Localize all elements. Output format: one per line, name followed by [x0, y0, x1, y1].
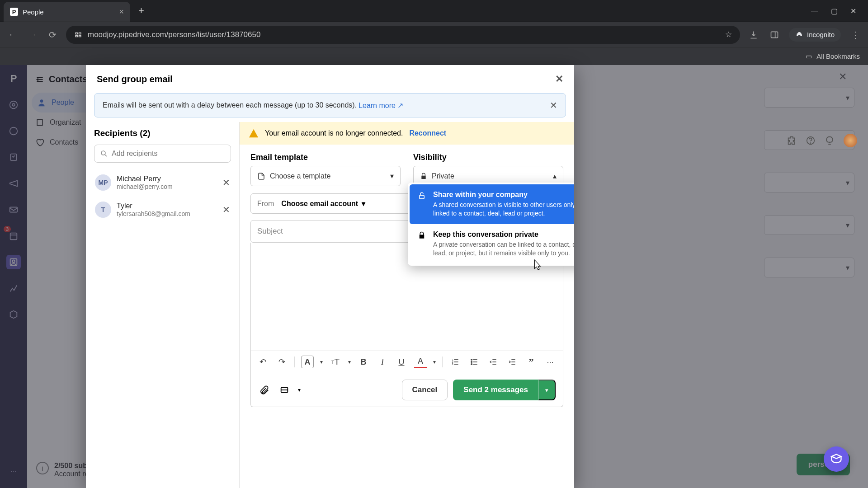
- bold-icon[interactable]: B: [357, 356, 370, 368]
- from-account-select[interactable]: Choose email account ▾: [281, 199, 365, 208]
- visibility-option-private[interactable]: Keep this conversation private A private…: [410, 224, 574, 264]
- option-description: A private conversation can be linked to …: [433, 240, 574, 258]
- option-title: Keep this conversation private: [433, 230, 574, 239]
- svg-point-23: [811, 143, 811, 143]
- folder-icon: ▭: [806, 52, 812, 61]
- cancel-button[interactable]: Cancel: [402, 380, 448, 400]
- extensions-icon[interactable]: [787, 136, 797, 145]
- add-recipients-input[interactable]: [94, 145, 231, 163]
- lightbulb-icon[interactable]: [825, 136, 835, 145]
- send-group-email-modal: Send group email ✕ Emails will be sent o…: [86, 65, 574, 488]
- attachment-icon[interactable]: [258, 384, 271, 396]
- underline-icon[interactable]: U: [395, 356, 408, 368]
- insert-field-icon[interactable]: [278, 384, 291, 396]
- send-button[interactable]: Send 2 messages: [453, 380, 538, 400]
- font-size-icon[interactable]: тT: [329, 356, 342, 368]
- svg-point-37: [471, 364, 472, 365]
- warning-icon: [249, 128, 259, 138]
- unordered-list-icon[interactable]: [468, 356, 481, 368]
- user-avatar[interactable]: [844, 134, 857, 147]
- redo-icon[interactable]: ↷: [275, 356, 288, 368]
- learn-more-link[interactable]: Learn more ↗: [359, 101, 403, 110]
- svg-rect-4: [771, 32, 778, 38]
- svg-point-35: [471, 359, 472, 361]
- remove-recipient-icon[interactable]: ✕: [222, 204, 230, 215]
- option-description: A shared conversation is visible to othe…: [433, 201, 574, 218]
- reload-button[interactable]: ⟳: [46, 28, 59, 41]
- bookmarks-bar: ▭ All Bookmarks: [0, 47, 868, 65]
- bookmark-star-icon[interactable]: ☆: [725, 30, 732, 39]
- visibility-label: Visibility: [413, 153, 563, 162]
- outdent-icon[interactable]: [487, 356, 500, 368]
- warning-banner: Your email account is no longer connecte…: [240, 122, 574, 145]
- template-icon: [257, 172, 265, 180]
- dismiss-banner-icon[interactable]: ✕: [550, 100, 557, 111]
- info-text: Emails will be sent out with a delay bet…: [103, 101, 357, 109]
- recipients-search-field[interactable]: [112, 150, 225, 158]
- recipient-name: Tyler: [117, 202, 217, 210]
- new-tab-button[interactable]: +: [134, 2, 149, 19]
- font-family-icon[interactable]: A: [301, 356, 314, 368]
- svg-rect-2: [75, 35, 78, 37]
- text-color-icon[interactable]: A: [414, 356, 427, 368]
- chevron-up-icon: ▴: [553, 172, 557, 180]
- recipient-row: T Tyler tylersarah508@gmail.com ✕: [94, 196, 231, 223]
- italic-icon[interactable]: I: [376, 356, 389, 368]
- minimize-icon[interactable]: —: [811, 7, 818, 15]
- help-fab[interactable]: [824, 446, 849, 472]
- help-icon[interactable]: [806, 136, 816, 145]
- indent-icon[interactable]: [506, 356, 519, 368]
- close-icon[interactable]: ✕: [555, 73, 563, 85]
- modal-title: Send group email: [97, 74, 173, 84]
- svg-point-24: [101, 151, 105, 155]
- remove-recipient-icon[interactable]: ✕: [222, 177, 230, 188]
- browser-tab-bar: P People × + — ▢ ✕: [0, 0, 868, 22]
- warning-text: Your email account is no longer connecte…: [265, 129, 403, 137]
- chevron-down-icon[interactable]: ▾: [320, 359, 323, 365]
- ordered-list-icon[interactable]: 123: [449, 356, 462, 368]
- unlock-icon: [417, 192, 427, 200]
- compose-panel: Your email account is no longer connecte…: [240, 122, 574, 488]
- recipients-panel: Recipients (2) MP Michael Perry michael@…: [86, 122, 240, 488]
- url-input[interactable]: moodjoy.pipedrive.com/persons/list/user/…: [66, 26, 740, 44]
- template-select[interactable]: Choose a template ▾: [250, 166, 401, 186]
- downloads-icon[interactable]: [747, 28, 760, 41]
- reconnect-link[interactable]: Reconnect: [409, 129, 446, 137]
- info-banner: Emails will be sent out with a delay bet…: [94, 93, 566, 117]
- svg-rect-46: [420, 195, 425, 199]
- maximize-icon[interactable]: ▢: [831, 7, 838, 15]
- avatar: T: [95, 202, 111, 218]
- lock-icon: [420, 173, 427, 180]
- chevron-down-icon[interactable]: ▾: [348, 359, 351, 365]
- more-tools-icon[interactable]: ···: [544, 356, 557, 368]
- chevron-down-icon[interactable]: ▾: [298, 387, 301, 393]
- all-bookmarks-button[interactable]: All Bookmarks: [816, 52, 860, 60]
- address-bar: ← → ⟳ moodjoy.pipedrive.com/persons/list…: [0, 22, 868, 47]
- svg-rect-0: [75, 33, 78, 34]
- lock-icon: [417, 231, 427, 239]
- close-window-icon[interactable]: ✕: [850, 7, 856, 15]
- visibility-option-shared[interactable]: Share within your company A shared conve…: [410, 184, 574, 224]
- browser-menu-icon[interactable]: ⋮: [849, 28, 862, 41]
- incognito-indicator[interactable]: Incognito: [789, 28, 841, 42]
- close-icon[interactable]: ×: [119, 7, 124, 17]
- from-label: From: [257, 200, 274, 208]
- window-controls: — ▢ ✕: [811, 7, 864, 15]
- undo-icon[interactable]: ↶: [256, 356, 269, 368]
- svg-rect-3: [79, 35, 81, 37]
- quote-icon[interactable]: ”: [525, 356, 538, 368]
- svg-line-25: [105, 155, 107, 156]
- attachment-row: ▾ Cancel Send 2 messages ▾: [250, 373, 563, 407]
- send-options-button[interactable]: ▾: [538, 380, 556, 400]
- editor-toolbar: ↶ ↷ A ▾ тT ▾ B I U A ▾ 123: [250, 351, 563, 373]
- sidepanel-icon[interactable]: [768, 28, 781, 41]
- back-button[interactable]: ←: [6, 28, 19, 41]
- site-settings-icon[interactable]: [74, 31, 82, 39]
- forward-button[interactable]: →: [26, 28, 39, 41]
- chevron-down-icon: ▾: [362, 199, 365, 208]
- svg-point-36: [471, 361, 472, 363]
- app-header-actions: [787, 134, 857, 147]
- chevron-down-icon: ▾: [390, 172, 394, 180]
- chevron-down-icon[interactable]: ▾: [433, 359, 436, 365]
- browser-tab[interactable]: P People ×: [4, 2, 130, 22]
